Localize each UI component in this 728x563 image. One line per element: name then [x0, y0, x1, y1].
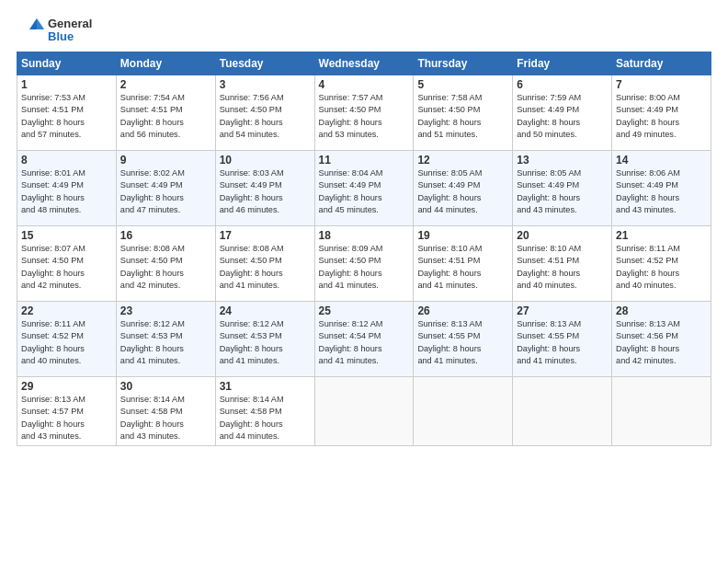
sunset-info: Sunset: 4:50 PM: [21, 256, 84, 265]
day-info: Sunrise: 7:59 AM Sunset: 4:49 PM Dayligh…: [517, 92, 608, 141]
sunrise-info: Sunrise: 7:57 AM: [319, 93, 383, 102]
logo-blue: Blue: [48, 30, 92, 43]
sunrise-info: Sunrise: 8:11 AM: [616, 244, 680, 253]
day-info: Sunrise: 8:08 AM Sunset: 4:50 PM Dayligh…: [120, 243, 211, 292]
daylight-info: Daylight: 8 hoursand 47 minutes.: [120, 193, 184, 214]
calendar-cell: 13 Sunrise: 8:05 AM Sunset: 4:49 PM Dayl…: [513, 151, 612, 226]
calendar-cell: 9 Sunrise: 8:02 AM Sunset: 4:49 PM Dayli…: [116, 151, 215, 226]
day-number: 14: [616, 154, 707, 167]
day-number: 15: [21, 229, 112, 242]
weekday-header-row: SundayMondayTuesdayWednesdayThursdayFrid…: [17, 52, 711, 75]
daylight-info: Daylight: 8 hoursand 43 minutes.: [21, 419, 85, 441]
daylight-info: Daylight: 8 hoursand 41 minutes.: [120, 344, 184, 365]
daylight-info: Daylight: 8 hoursand 40 minutes.: [517, 269, 580, 290]
day-number: 18: [319, 229, 410, 242]
day-info: Sunrise: 8:08 AM Sunset: 4:50 PM Dayligh…: [220, 243, 311, 292]
day-number: 27: [517, 304, 608, 317]
weekday-thursday: Thursday: [414, 52, 513, 75]
daylight-info: Daylight: 8 hoursand 42 minutes.: [616, 344, 679, 365]
sunset-info: Sunset: 4:49 PM: [417, 180, 480, 190]
sunrise-info: Sunrise: 7:59 AM: [517, 93, 581, 102]
sunrise-info: Sunrise: 8:03 AM: [220, 168, 284, 178]
day-info: Sunrise: 8:12 AM Sunset: 4:54 PM Dayligh…: [319, 318, 410, 367]
day-number: 8: [21, 154, 112, 167]
day-number: 28: [616, 304, 707, 317]
day-number: 5: [417, 78, 508, 91]
sunset-info: Sunset: 4:54 PM: [319, 331, 381, 340]
day-info: Sunrise: 8:14 AM Sunset: 4:58 PM Dayligh…: [220, 394, 311, 442]
sunset-info: Sunset: 4:49 PM: [517, 105, 579, 114]
daylight-info: Daylight: 8 hoursand 41 minutes.: [220, 344, 283, 365]
sunset-info: Sunset: 4:50 PM: [220, 256, 282, 265]
sunrise-info: Sunrise: 7:54 AM: [120, 93, 185, 102]
calendar-cell: [513, 377, 612, 446]
daylight-info: Daylight: 8 hoursand 53 minutes.: [319, 118, 382, 139]
daylight-info: Daylight: 8 hoursand 41 minutes.: [417, 269, 481, 290]
logo-text: General Blue: [48, 17, 92, 44]
sunrise-info: Sunrise: 8:05 AM: [417, 168, 482, 178]
day-number: 13: [517, 154, 608, 167]
sunrise-info: Sunrise: 8:13 AM: [517, 319, 581, 328]
day-number: 10: [220, 154, 311, 167]
daylight-info: Daylight: 8 hoursand 54 minutes.: [220, 118, 283, 139]
calendar-cell: 24 Sunrise: 8:12 AM Sunset: 4:53 PM Dayl…: [215, 302, 314, 377]
calendar-cell: [414, 377, 513, 446]
day-number: 6: [517, 78, 608, 91]
day-info: Sunrise: 8:13 AM Sunset: 4:55 PM Dayligh…: [417, 318, 508, 367]
day-info: Sunrise: 8:09 AM Sunset: 4:50 PM Dayligh…: [319, 243, 410, 292]
daylight-info: Daylight: 8 hoursand 41 minutes.: [417, 344, 481, 365]
sunrise-info: Sunrise: 8:06 AM: [616, 168, 680, 178]
calendar-cell: 5 Sunrise: 7:58 AM Sunset: 4:50 PM Dayli…: [414, 75, 513, 151]
day-info: Sunrise: 8:06 AM Sunset: 4:49 PM Dayligh…: [616, 167, 707, 216]
sunrise-info: Sunrise: 8:13 AM: [21, 395, 85, 404]
sunset-info: Sunset: 4:49 PM: [220, 180, 282, 190]
day-number: 19: [417, 229, 508, 242]
daylight-info: Daylight: 8 hoursand 41 minutes.: [319, 269, 382, 290]
calendar-cell: 23 Sunrise: 8:12 AM Sunset: 4:53 PM Dayl…: [116, 302, 215, 377]
day-number: 12: [417, 154, 508, 167]
sunset-info: Sunset: 4:49 PM: [616, 180, 678, 190]
day-info: Sunrise: 8:02 AM Sunset: 4:49 PM Dayligh…: [120, 167, 211, 216]
sunset-info: Sunset: 4:51 PM: [417, 256, 480, 265]
day-info: Sunrise: 8:13 AM Sunset: 4:55 PM Dayligh…: [517, 318, 608, 367]
sunset-info: Sunset: 4:49 PM: [319, 180, 381, 190]
calendar-cell: 14 Sunrise: 8:06 AM Sunset: 4:49 PM Dayl…: [612, 151, 711, 226]
daylight-info: Daylight: 8 hoursand 43 minutes.: [120, 419, 184, 441]
day-info: Sunrise: 8:05 AM Sunset: 4:49 PM Dayligh…: [517, 167, 608, 216]
day-info: Sunrise: 8:03 AM Sunset: 4:49 PM Dayligh…: [220, 167, 311, 216]
day-info: Sunrise: 8:11 AM Sunset: 4:52 PM Dayligh…: [616, 243, 707, 292]
calendar-cell: 8 Sunrise: 8:01 AM Sunset: 4:49 PM Dayli…: [17, 151, 117, 226]
calendar-cell: 18 Sunrise: 8:09 AM Sunset: 4:50 PM Dayl…: [314, 226, 414, 302]
weekday-sunday: Sunday: [17, 52, 117, 75]
sunset-info: Sunset: 4:53 PM: [220, 331, 282, 340]
daylight-info: Daylight: 8 hoursand 50 minutes.: [517, 118, 580, 139]
day-info: Sunrise: 8:04 AM Sunset: 4:49 PM Dayligh…: [319, 167, 410, 216]
calendar-cell: 6 Sunrise: 7:59 AM Sunset: 4:49 PM Dayli…: [513, 75, 612, 151]
sunset-info: Sunset: 4:52 PM: [21, 331, 84, 340]
day-info: Sunrise: 7:58 AM Sunset: 4:50 PM Dayligh…: [417, 92, 508, 141]
calendar-cell: 30 Sunrise: 8:14 AM Sunset: 4:58 PM Dayl…: [116, 377, 215, 446]
calendar-cell: 19 Sunrise: 8:10 AM Sunset: 4:51 PM Dayl…: [414, 226, 513, 302]
sunset-info: Sunset: 4:56 PM: [616, 331, 678, 340]
calendar-cell: 22 Sunrise: 8:11 AM Sunset: 4:52 PM Dayl…: [17, 302, 117, 377]
daylight-info: Daylight: 8 hoursand 40 minutes.: [616, 269, 679, 290]
calendar-cell: 31 Sunrise: 8:14 AM Sunset: 4:58 PM Dayl…: [215, 377, 314, 446]
daylight-info: Daylight: 8 hoursand 56 minutes.: [120, 118, 184, 139]
logo-general: General: [48, 17, 92, 30]
weekday-wednesday: Wednesday: [314, 52, 414, 75]
calendar-cell: 4 Sunrise: 7:57 AM Sunset: 4:50 PM Dayli…: [314, 75, 414, 151]
weekday-monday: Monday: [116, 52, 215, 75]
daylight-info: Daylight: 8 hoursand 43 minutes.: [517, 193, 580, 214]
day-info: Sunrise: 7:56 AM Sunset: 4:50 PM Dayligh…: [220, 92, 311, 141]
day-number: 25: [319, 304, 410, 317]
day-number: 31: [220, 380, 311, 393]
svg-marker-1: [37, 18, 44, 29]
sunset-info: Sunset: 4:52 PM: [616, 256, 678, 265]
day-number: 3: [220, 78, 311, 91]
calendar-cell: 10 Sunrise: 8:03 AM Sunset: 4:49 PM Dayl…: [215, 151, 314, 226]
day-number: 2: [120, 78, 211, 91]
day-number: 20: [517, 229, 608, 242]
sunrise-info: Sunrise: 7:58 AM: [417, 93, 482, 102]
day-info: Sunrise: 8:12 AM Sunset: 4:53 PM Dayligh…: [220, 318, 311, 367]
sunrise-info: Sunrise: 7:53 AM: [21, 93, 85, 102]
